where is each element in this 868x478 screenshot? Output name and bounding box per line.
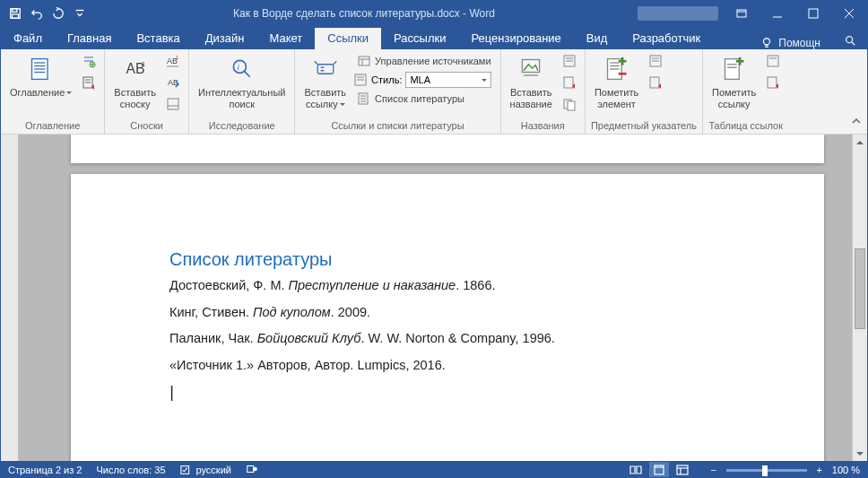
- zoom-in-button[interactable]: +: [812, 463, 827, 477]
- ribbon-tabs: Файл Главная Вставка Дизайн Макет Ссылки…: [1, 26, 867, 49]
- svg-line-41: [334, 61, 337, 65]
- tab-insert[interactable]: Вставка: [124, 28, 192, 49]
- insert-figures-table-icon[interactable]: [560, 51, 579, 71]
- document-area: Список литературы Достоевский, Ф. М. Пре…: [1, 135, 867, 461]
- caption-icon: [516, 55, 545, 83]
- mark-citation-button[interactable]: Пометить ссылку: [708, 51, 760, 111]
- svg-rect-39: [317, 65, 334, 74]
- svg-rect-59: [568, 101, 575, 110]
- account-blur: [638, 6, 718, 21]
- mark-entry-icon: [603, 55, 631, 83]
- svg-text:1: 1: [142, 60, 145, 68]
- close-icon[interactable]: [831, 1, 867, 26]
- group-toc: Оглавление Оглавление: [1, 49, 105, 134]
- print-layout-icon[interactable]: [649, 462, 669, 478]
- svg-rect-70: [650, 77, 659, 88]
- web-layout-icon[interactable]: [673, 462, 692, 478]
- svg-rect-86: [677, 465, 688, 474]
- zoom-control: − + 100 %: [707, 463, 860, 477]
- maximize-icon[interactable]: [795, 1, 831, 26]
- group-citations: Вставить ссылку Управление источниками С…: [295, 49, 500, 134]
- update-toc-icon[interactable]: [79, 73, 99, 92]
- document-page[interactable]: Список литературы Достоевский, Ф. М. Пре…: [71, 174, 824, 461]
- minimize-icon[interactable]: [760, 1, 795, 26]
- tab-file[interactable]: Файл: [1, 28, 55, 49]
- insert-footnote-button[interactable]: AB1 Вставить сноску: [110, 51, 160, 111]
- collapse-ribbon-icon[interactable]: [851, 114, 862, 130]
- document-viewport[interactable]: Список литературы Достоевский, Ф. М. Пре…: [19, 135, 852, 461]
- tab-view[interactable]: Вид: [574, 28, 621, 49]
- cross-reference-icon[interactable]: [560, 94, 579, 114]
- read-mode-icon[interactable]: [626, 462, 646, 478]
- svg-line-37: [244, 72, 249, 77]
- insert-toa-icon[interactable]: [763, 51, 783, 71]
- macro-recording-icon[interactable]: [246, 464, 258, 476]
- svg-text:i: i: [237, 63, 239, 72]
- tab-developer[interactable]: Разработчик: [620, 28, 713, 49]
- tell-me[interactable]: Помощн: [748, 37, 833, 49]
- toc-button[interactable]: Оглавление: [6, 51, 75, 100]
- scrollbar-thumb[interactable]: [855, 248, 865, 329]
- update-toa-icon[interactable]: [763, 73, 783, 92]
- svg-rect-76: [768, 56, 778, 66]
- tab-references[interactable]: Ссылки: [315, 28, 381, 49]
- update-figures-table-icon[interactable]: [560, 73, 579, 92]
- tab-design[interactable]: Дизайн: [193, 28, 257, 49]
- insert-index-icon[interactable]: [646, 51, 665, 71]
- magnifier-icon: i: [228, 55, 256, 83]
- status-bar: Страница 2 из 2 Число слов: 35 русский −…: [1, 461, 867, 478]
- bibliography-entry: Достоевский, Ф. М. Преступление и наказа…: [169, 277, 725, 295]
- group-index: Пометить элемент Предметный указатель: [586, 49, 703, 134]
- next-footnote-icon[interactable]: AB: [163, 73, 183, 92]
- word-count[interactable]: Число слов: 35: [96, 465, 165, 475]
- group-footnotes: AB1 Вставить сноску AB1 AB Сноски: [105, 49, 189, 134]
- zoom-slider[interactable]: [726, 469, 807, 472]
- spellcheck-icon: [180, 465, 193, 475]
- tab-layout[interactable]: Макет: [256, 28, 315, 49]
- zoom-out-button[interactable]: −: [707, 463, 721, 477]
- page-indicator[interactable]: Страница 2 из 2: [8, 465, 82, 475]
- title-bar: Как в Ворде сделать список литературы.do…: [1, 1, 867, 26]
- svg-rect-1: [13, 9, 17, 13]
- bibliography-entry: Кинг, Стивен. Под куполом. 2009.: [169, 304, 725, 322]
- save-icon[interactable]: [4, 3, 26, 24]
- scroll-up-icon[interactable]: [853, 135, 867, 150]
- bibliography-icon: [357, 91, 371, 106]
- insert-caption-button[interactable]: Вставить название: [507, 51, 556, 111]
- qat-customize-icon[interactable]: [69, 3, 91, 24]
- bibliography-entry: «Источник 1.» Авторов, Автор. Lumpics, 2…: [169, 357, 725, 375]
- group-toa: Пометить ссылку Таблица ссылок: [703, 49, 788, 134]
- show-notes-icon[interactable]: [163, 94, 183, 114]
- search-icon[interactable]: [833, 34, 867, 49]
- redo-icon[interactable]: [48, 3, 69, 24]
- vertical-ruler[interactable]: [1, 135, 19, 461]
- citation-style-select[interactable]: MLA: [405, 72, 491, 88]
- svg-rect-2: [13, 14, 19, 18]
- svg-line-14: [852, 42, 855, 46]
- smart-lookup-button[interactable]: i Интеллектуальный поиск: [195, 51, 289, 111]
- tab-home[interactable]: Главная: [55, 28, 124, 49]
- add-text-icon[interactable]: [79, 51, 99, 71]
- mark-citation-icon: [720, 55, 749, 83]
- update-index-icon[interactable]: [646, 73, 665, 92]
- undo-icon[interactable]: [26, 3, 48, 24]
- zoom-level[interactable]: 100 %: [832, 465, 860, 475]
- svg-line-40: [315, 61, 318, 65]
- scrollbar-track[interactable]: [853, 150, 867, 446]
- bibliography-button[interactable]: Список литературы: [353, 91, 494, 107]
- language-indicator[interactable]: русский: [180, 465, 231, 475]
- ribbon-display-icon[interactable]: [724, 1, 760, 26]
- toc-icon: [27, 55, 56, 83]
- svg-rect-78: [768, 77, 777, 88]
- tab-mailings[interactable]: Рассылки: [381, 28, 458, 49]
- window-title: Как в Ворде сделать список литературы.do…: [91, 7, 638, 20]
- insert-endnote-icon[interactable]: AB1: [163, 51, 183, 71]
- bibliography-heading: Список литературы: [169, 249, 725, 270]
- insert-citation-button[interactable]: Вставить ссылку: [300, 51, 350, 111]
- tab-review[interactable]: Рецензирование: [458, 28, 573, 49]
- mark-entry-button[interactable]: Пометить элемент: [591, 51, 642, 111]
- vertical-scrollbar[interactable]: [852, 135, 867, 461]
- manage-sources-button[interactable]: Управление источниками: [353, 53, 494, 69]
- scroll-down-icon[interactable]: [853, 446, 867, 461]
- group-research: i Интеллектуальный поиск Исследование: [189, 49, 295, 134]
